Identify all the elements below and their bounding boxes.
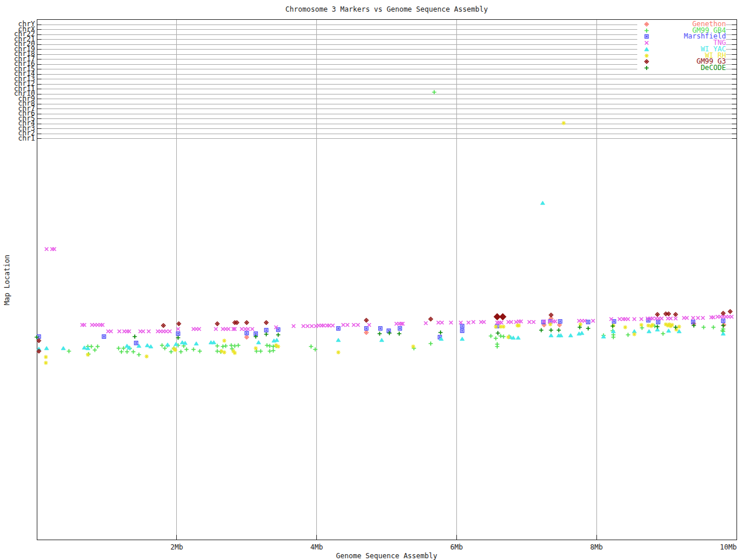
data-point-marshfield xyxy=(657,320,660,324)
data-point-marshfield xyxy=(337,327,340,330)
data-point-wi-rh xyxy=(336,350,340,354)
data-point-gm99-g3 xyxy=(429,317,433,321)
data-point-tng xyxy=(696,316,700,320)
data-point-gm99-g3 xyxy=(162,324,166,328)
legend-symbol-icon xyxy=(637,21,652,27)
data-point-tng xyxy=(322,324,326,327)
data-point-wi-yac xyxy=(460,337,464,341)
data-point-decode xyxy=(438,330,442,334)
data-point-gm99-g3 xyxy=(721,312,725,316)
data-point-tng xyxy=(45,247,48,251)
data-point-wi-yac xyxy=(666,329,671,332)
legend-symbol-icon xyxy=(637,27,652,34)
data-point-wi-rh xyxy=(578,322,582,326)
data-point-tng xyxy=(472,320,475,324)
data-point-gm99-gb4 xyxy=(309,344,313,348)
data-point-tng xyxy=(141,330,145,333)
data-point-decode xyxy=(549,328,553,332)
data-point-gm99-gb4 xyxy=(184,347,189,351)
data-point-tng xyxy=(660,317,664,320)
data-point-gm99-g3 xyxy=(500,314,506,320)
data-point-gm99-gb4 xyxy=(221,344,225,348)
data-point-tng xyxy=(528,320,531,324)
data-point-marshfield xyxy=(365,327,368,330)
data-point-decode xyxy=(586,326,590,330)
data-point-marshfield xyxy=(558,320,562,323)
plot-area xyxy=(0,0,747,560)
data-point-tng xyxy=(674,317,678,320)
data-point-gm99-gb4 xyxy=(96,344,100,348)
data-point-genethon xyxy=(722,323,726,327)
data-point-tng xyxy=(459,321,463,324)
chart-page: Chromosome 3 Markers vs Genome Sequence … xyxy=(0,0,747,560)
legend-symbol-icon xyxy=(637,40,652,46)
data-point-tng xyxy=(53,247,56,251)
data-point-gm99-gb4 xyxy=(119,349,123,354)
data-point-gm99-gb4 xyxy=(121,346,125,350)
data-point-wi-yac xyxy=(647,330,651,333)
data-point-marshfield xyxy=(460,329,464,332)
data-point-tng xyxy=(356,323,359,327)
data-point-gm99-gb4 xyxy=(640,326,644,330)
data-point-tng xyxy=(147,330,151,333)
data-point-tng xyxy=(327,324,331,327)
data-point-marshfield xyxy=(245,331,249,335)
data-point-wi-yac xyxy=(275,338,279,342)
data-point-tng xyxy=(640,317,643,321)
legend-symbol-icon xyxy=(637,65,652,71)
data-point-wi-yac xyxy=(174,342,178,346)
data-point-wi-rh xyxy=(86,352,90,356)
data-point-marshfield xyxy=(134,341,138,345)
x-tick-label: 2Mb xyxy=(170,544,183,551)
x-tick-label: 6Mb xyxy=(451,544,463,551)
data-point-gm99-gb4 xyxy=(626,332,630,337)
data-point-wi-rh xyxy=(222,338,226,342)
data-point-gm99-gb4 xyxy=(93,348,97,352)
data-point-gm99-gb4 xyxy=(117,346,121,350)
data-point-wi-yac xyxy=(721,332,725,335)
data-point-marshfield xyxy=(379,327,382,330)
data-point-wi-yac xyxy=(549,334,553,337)
data-point-gm99-gb4 xyxy=(268,344,272,348)
data-point-gm99-g3 xyxy=(364,318,368,323)
data-point-tng xyxy=(519,320,523,323)
data-point-tng xyxy=(117,330,121,333)
data-point-gm99-g3 xyxy=(215,322,219,326)
data-point-gm99-gb4 xyxy=(125,349,129,354)
data-point-gm99-gb4 xyxy=(268,349,272,353)
data-point-tng xyxy=(633,317,636,321)
data-point-marshfield xyxy=(398,327,402,330)
data-point-tng xyxy=(626,317,630,321)
data-point-wi-yac xyxy=(677,330,681,333)
data-point-tng xyxy=(101,323,104,327)
data-point-gm99-gb4 xyxy=(163,346,167,350)
data-point-tng xyxy=(227,327,231,331)
data-point-wi-yac xyxy=(166,343,170,346)
data-point-tng xyxy=(500,321,503,324)
data-point-gm99-gb4 xyxy=(701,325,706,329)
chromosome-label: chr1 xyxy=(5,136,35,141)
data-point-tng xyxy=(83,323,86,327)
legend-symbol-icon xyxy=(637,52,652,59)
legend-item: Marshfield xyxy=(637,33,726,40)
data-point-tng xyxy=(240,327,243,331)
data-point-tng xyxy=(609,317,613,321)
data-point-gm99-gb4 xyxy=(498,334,502,338)
data-point-tng xyxy=(467,321,470,324)
data-point-decode xyxy=(397,331,401,335)
data-point-tng xyxy=(651,317,654,320)
data-point-wi-yac xyxy=(44,346,48,350)
data-point-tng xyxy=(302,324,305,328)
data-point-wi-yac xyxy=(61,346,65,350)
x-tick-label: 10Mb xyxy=(720,544,737,551)
x-tick-label: 8Mb xyxy=(590,544,603,551)
data-point-tng xyxy=(331,324,334,327)
data-point-marshfield xyxy=(721,319,725,323)
data-point-tng xyxy=(109,330,113,333)
data-point-tng xyxy=(246,327,250,331)
data-point-wi-rh xyxy=(611,323,615,327)
data-point-tng xyxy=(127,330,131,333)
data-point-gm99-gb4 xyxy=(67,349,71,353)
data-point-decode xyxy=(276,332,280,337)
data-point-gm99-gb4 xyxy=(495,344,499,348)
